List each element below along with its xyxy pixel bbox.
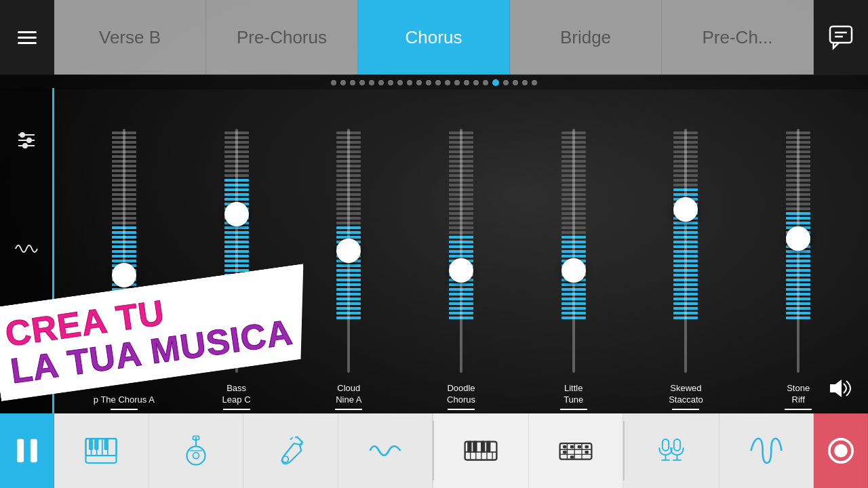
svg-rect-50 [578, 446, 580, 448]
svg-rect-13 [30, 439, 37, 462]
dot-5[interactable] [369, 80, 374, 85]
dot-14[interactable] [454, 80, 460, 85]
track-7-fader-knob[interactable] [786, 226, 810, 251]
svg-rect-58 [674, 439, 680, 451]
dot-21[interactable] [522, 80, 528, 85]
nav-tabs: Verse B Pre-Chorus Chorus Bridge Pre-Ch.… [54, 0, 814, 75]
dot-9[interactable] [407, 80, 412, 85]
dot-11[interactable] [426, 80, 431, 85]
bottom-toolbar [0, 413, 868, 488]
track-2-fader-knob[interactable] [224, 202, 249, 226]
svg-line-29 [290, 437, 293, 440]
svg-rect-35 [487, 442, 490, 452]
dot-20[interactable] [513, 80, 518, 85]
electric-guitar-icon [272, 432, 309, 469]
dot-22[interactable] [532, 80, 537, 85]
svg-point-24 [193, 453, 199, 459]
dot-8[interactable] [397, 80, 403, 85]
svg-point-8 [23, 144, 27, 148]
dot-17[interactable] [483, 80, 488, 85]
svg-rect-20 [90, 439, 93, 449]
microphone-button[interactable] [625, 413, 719, 488]
dot-15[interactable] [464, 80, 469, 85]
tab-bridge[interactable]: Bridge [510, 0, 662, 75]
volume-indicator [827, 378, 854, 403]
svg-rect-21 [95, 439, 98, 449]
acoustic-guitar-button[interactable] [149, 413, 244, 488]
record-button[interactable] [814, 413, 868, 488]
track-4-label: DoodleChorus [427, 383, 495, 410]
piano-button[interactable] [54, 413, 149, 488]
track-4-fader-knob[interactable] [449, 258, 473, 283]
track-5-fader-track [572, 129, 575, 373]
keyboard-button[interactable] [434, 413, 529, 488]
hamburger-icon [18, 31, 37, 44]
tab-verse-b[interactable]: Verse B [54, 0, 206, 75]
svg-marker-11 [831, 381, 841, 396]
settings-button[interactable] [814, 0, 868, 75]
svg-rect-51 [585, 446, 588, 448]
dot-18[interactable] [492, 79, 499, 86]
svg-rect-34 [481, 442, 485, 452]
dot-6[interactable] [378, 80, 384, 85]
track-3-fader[interactable] [328, 129, 369, 373]
piano-icon [83, 432, 119, 469]
track-4-fader-track [460, 129, 462, 373]
track-5-label: LittleTune [540, 383, 608, 410]
mixer-icon[interactable] [14, 128, 39, 157]
tab-pre-ch2[interactable]: Pre-Ch... [662, 0, 814, 75]
pause-button[interactable] [0, 413, 54, 488]
svg-rect-32 [468, 442, 471, 452]
track-7-fader[interactable] [778, 129, 818, 373]
record-icon [823, 432, 859, 469]
svg-rect-12 [17, 439, 24, 462]
oscillator-button[interactable] [719, 413, 814, 488]
track-6-fader[interactable] [665, 129, 706, 373]
waveform-icon[interactable] [14, 237, 39, 266]
svg-rect-36 [465, 452, 497, 460]
svg-rect-33 [473, 442, 477, 452]
dot-2[interactable] [340, 80, 346, 85]
svg-point-7 [27, 138, 31, 142]
track-2-label: BassLeap C [203, 383, 271, 410]
tab-pre-chorus[interactable]: Pre-Chorus [206, 0, 358, 75]
dot-19[interactable] [503, 80, 509, 85]
hamburger-button[interactable] [0, 0, 54, 75]
dot-10[interactable] [416, 80, 422, 85]
track-3-fader-knob[interactable] [336, 239, 361, 263]
synthesizer-button[interactable] [338, 413, 433, 488]
keyboard-icon [462, 432, 499, 469]
dot-4[interactable] [359, 80, 365, 85]
track-4: DoodleChorus [405, 129, 517, 373]
track-7-fader-track [797, 129, 800, 373]
track-5-fader[interactable] [553, 129, 594, 373]
volume-icon [827, 378, 854, 399]
track-1-fader-knob[interactable] [112, 263, 136, 287]
track-7-label: StoneRiff [764, 383, 832, 410]
dot-1[interactable] [331, 80, 336, 85]
svg-rect-52 [564, 451, 566, 453]
svg-rect-0 [830, 26, 852, 43]
svg-point-23 [186, 447, 205, 465]
synthesizer-icon [367, 432, 403, 469]
svg-rect-22 [105, 439, 108, 449]
top-navigation: Verse B Pre-Chorus Chorus Bridge Pre-Ch.… [0, 0, 868, 75]
dot-16[interactable] [473, 80, 479, 85]
electric-guitar-button[interactable] [243, 413, 338, 488]
dot-12[interactable] [435, 80, 441, 85]
svg-point-62 [834, 444, 848, 458]
track-5-fader-knob[interactable] [561, 258, 586, 283]
microphone-icon [653, 432, 690, 469]
share-icon [827, 23, 855, 52]
track-6-label: SkewedStaccato [652, 383, 719, 410]
tab-chorus[interactable]: Chorus [358, 0, 510, 75]
dot-3[interactable] [350, 80, 355, 85]
svg-rect-53 [571, 456, 574, 458]
track-6-fader-knob[interactable] [673, 197, 698, 222]
track-4-fader[interactable] [441, 129, 481, 373]
dot-13[interactable] [445, 80, 450, 85]
drums-button[interactable] [529, 413, 624, 488]
svg-rect-49 [571, 446, 574, 448]
dot-7[interactable] [388, 80, 393, 85]
pause-icon [9, 432, 45, 469]
